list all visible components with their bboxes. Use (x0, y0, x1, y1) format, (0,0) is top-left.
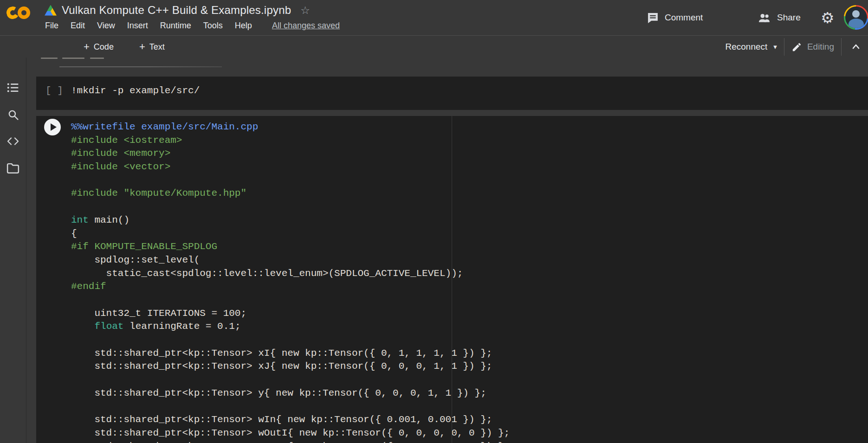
code-line[interactable]: #include <vector> (71, 161, 868, 174)
code-line[interactable]: std::shared_ptr<kp::Tensor> wOutI{ new k… (71, 427, 868, 440)
colab-logo[interactable] (6, 6, 32, 19)
code-editor[interactable]: %%writefile example/src/Main.cpp#include… (71, 121, 868, 443)
scrolled-text-fragment (41, 58, 58, 59)
avatar[interactable] (844, 5, 868, 30)
code-line[interactable]: int main() (71, 214, 868, 227)
code-line[interactable]: std::shared_ptr<kp::Tensor> wOutJ{ new k… (71, 440, 868, 443)
pencil-icon (791, 42, 802, 52)
comment-button[interactable]: Comment (647, 0, 703, 35)
drive-icon (45, 5, 57, 16)
editing-mode-button[interactable]: Editing (791, 42, 834, 52)
add-text-button[interactable]: + Text (139, 36, 165, 58)
code-line[interactable]: #include <iostream> (71, 134, 868, 148)
menu-item-help[interactable]: Help (229, 19, 258, 32)
code-line[interactable]: std::shared_ptr<kp::Tensor> xI{ new kp::… (71, 347, 868, 360)
add-code-button[interactable]: + Code (84, 36, 114, 58)
code-line[interactable]: !mkdir -p example/src/ (71, 84, 868, 98)
code-line[interactable]: std::shared_ptr<kp::Tensor> xJ{ new kp::… (71, 360, 868, 373)
code-line[interactable]: #include "kompute/Kompute.hpp" (71, 187, 868, 200)
chevron-up-icon (850, 41, 862, 52)
previous-cell-edge (59, 66, 222, 67)
table-of-contents-icon[interactable] (6, 81, 19, 94)
code-line[interactable]: { (71, 227, 868, 241)
comment-icon (647, 12, 659, 24)
code-line[interactable] (71, 334, 868, 347)
scrolled-text-fragment (62, 58, 84, 59)
files-folder-icon[interactable] (6, 161, 19, 174)
save-status[interactable]: All changes saved (272, 21, 340, 31)
menu-item-runtime[interactable]: Runtime (154, 19, 197, 32)
colab-logo-ring-left (5, 5, 20, 20)
collapse-toolbar-button[interactable] (849, 41, 863, 52)
code-line[interactable]: std::shared_ptr<kp::Tensor> wIn{ new kp:… (71, 413, 868, 427)
toolbar-divider (784, 38, 784, 56)
reconnect-button[interactable]: Reconnect ▾ (725, 42, 777, 52)
notebook-title[interactable]: Vulkan Kompute C++ Build & Examples.ipyn… (62, 4, 291, 17)
add-text-label: Text (149, 42, 165, 52)
code-line[interactable]: std::shared_ptr<kp::Tensor> y{ new kp::T… (71, 387, 868, 400)
code-cell-writefile[interactable]: %%writefile example/src/Main.cpp#include… (36, 116, 868, 443)
notebook-scroll-area[interactable]: [ ] !mkdir -p example/src/ %%writefile e… (27, 58, 868, 443)
play-icon (51, 123, 57, 131)
colab-logo-ring-right (18, 6, 30, 19)
code-line[interactable] (71, 400, 868, 413)
share-people-icon (758, 12, 771, 24)
add-code-label: Code (94, 42, 114, 52)
code-line[interactable]: #include <memory> (71, 147, 868, 161)
star-icon[interactable]: ☆ (300, 4, 310, 17)
share-button[interactable]: Share (758, 0, 801, 35)
code-snippets-icon[interactable] (6, 135, 19, 148)
code-line[interactable]: %%writefile example/src/Main.cpp (71, 121, 868, 134)
code-line[interactable] (71, 373, 868, 387)
reconnect-label: Reconnect (725, 42, 768, 52)
editor-ruler (452, 116, 452, 443)
code-line[interactable] (71, 294, 868, 307)
colab-app: Vulkan Kompute C++ Build & Examples.ipyn… (0, 0, 868, 443)
code-line[interactable]: float learningRate = 0.1; (71, 320, 868, 334)
menu-item-tools[interactable]: Tools (197, 19, 229, 32)
settings-button[interactable]: ⚙ (821, 0, 835, 35)
plus-icon: + (84, 42, 90, 52)
avatar-photo (845, 6, 867, 28)
code-line[interactable]: #if KOMPUTE_ENABLE_SPDLOG (71, 240, 868, 254)
search-icon[interactable] (6, 108, 19, 121)
toolbar-divider (841, 38, 842, 56)
menu-item-view[interactable]: View (91, 19, 121, 32)
notebook-toolbar: + Code + Text Reconnect ▾ Editing (0, 35, 868, 58)
menu-item-file[interactable]: File (39, 19, 65, 32)
share-label: Share (777, 13, 801, 23)
code-line[interactable] (71, 174, 868, 187)
menu-bar: FileEditViewInsertRuntimeToolsHelp All c… (39, 19, 340, 32)
gear-icon: ⚙ (821, 10, 835, 26)
code-line[interactable]: spdlog::set_level( (71, 254, 868, 267)
plus-icon: + (139, 42, 145, 52)
menu-item-insert[interactable]: Insert (121, 19, 154, 32)
execution-count[interactable]: [ ] (45, 84, 63, 98)
left-sidebar (0, 35, 26, 443)
code-cell-mkdir[interactable]: [ ] !mkdir -p example/src/ (36, 77, 868, 110)
code-line[interactable]: #endif (71, 280, 868, 294)
code-line[interactable] (71, 200, 868, 214)
code-line[interactable]: uint32_t ITERATIONS = 100; (71, 307, 868, 321)
editing-label: Editing (807, 42, 834, 52)
run-cell-button[interactable] (44, 119, 61, 135)
chevron-down-icon: ▾ (773, 43, 777, 51)
menu-item-edit[interactable]: Edit (65, 19, 91, 32)
code-line[interactable]: static_cast<spdlog::level::level_enum>(S… (71, 267, 868, 281)
header: Vulkan Kompute C++ Build & Examples.ipyn… (0, 0, 868, 35)
code-editor[interactable]: !mkdir -p example/src/ (71, 84, 868, 98)
comment-label: Comment (665, 13, 703, 23)
